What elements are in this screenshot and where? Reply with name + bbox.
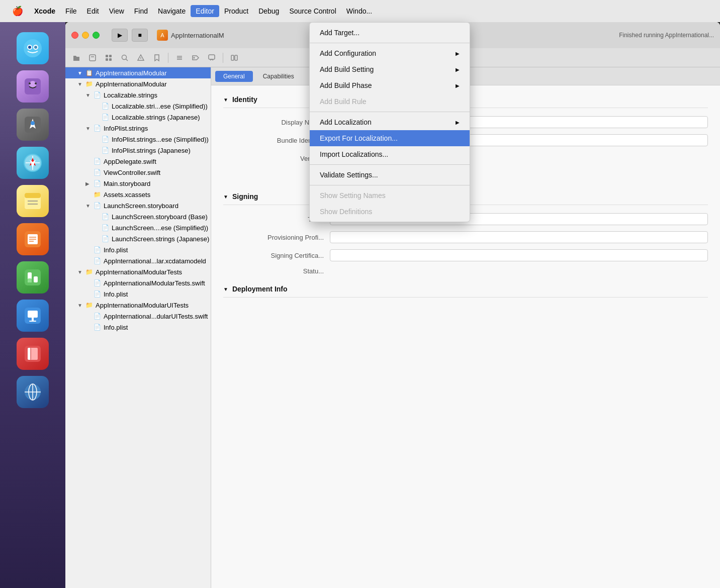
sidebar-item-tests-info[interactable]: 📄 Info.plist [65,288,211,300]
info-japanese-label: InfoPlist.strings (Japanese) [112,147,191,154]
dock-ibooks[interactable] [17,338,49,370]
bundle-id-label: Bundle Identifi... [223,137,324,144]
dock-finder[interactable] [17,32,49,64]
provisioning-row: Provisioning Profi... [223,231,708,243]
sidebar-item-appdelegate[interactable]: 📄 AppDelegate.swift [65,156,211,167]
menubar-find[interactable]: Find [129,5,153,17]
tab-capabilities[interactable]: Capabilities [255,71,302,82]
sidebar-item-loc-japanese[interactable]: 📄 Localizable.strings (Japanese) [65,112,211,123]
sidebar-item-assets[interactable]: 📁 Assets.xcassets [65,189,211,200]
menu-add-build-setting[interactable]: Add Build Setting ▶ [310,61,470,77]
menubar-view[interactable]: View [104,5,129,17]
uitests-swift-label: AppInternational...dularUITests.swift [104,313,208,320]
sidebar-item-uitests-swift[interactable]: 📄 AppInternational...dularUITests.swift [65,311,211,322]
sidebar-item-localizable[interactable]: ▼ 📄 Localizable.strings [65,89,211,101]
traffic-lights [71,32,100,39]
menu-add-build-phase[interactable]: Add Build Phase ▶ [310,77,470,93]
signing-cert-input[interactable] [330,249,708,261]
sidebar-item-info-chinese[interactable]: 📄 InfoPlist.strings...ese (Simplified)) [65,134,211,145]
tests-folder-label: AppInternationalModularTests [96,268,182,276]
menu-add-target[interactable]: Add Target... [310,25,470,41]
dock-numbers[interactable] [17,261,49,293]
structure-icon[interactable] [102,51,116,65]
uitests-folder-label: AppInternationalModularUITests [96,302,189,309]
menu-add-build-rule: Add Build Rule [310,93,470,110]
label-icon[interactable] [189,51,203,65]
menu-add-configuration[interactable]: Add Configuration ▶ [310,45,470,61]
scheme-selector[interactable]: A AppInternationalM [157,30,224,41]
svg-rect-56 [231,55,234,60]
bookmark-icon[interactable] [150,51,164,65]
svg-rect-36 [31,348,38,360]
maximize-button[interactable] [93,32,100,39]
close-button[interactable] [71,32,78,39]
warning-icon[interactable] [134,51,148,65]
stop-button[interactable]: ■ [132,29,148,42]
minimize-button[interactable] [82,32,89,39]
sidebar-item-xcdata[interactable]: 📄 AppInternational...lar.xcdatamodeld [65,255,211,266]
sidebar: ▼ 📋 AppInternationalModular ▼ 📁 AppInter… [65,67,211,588]
svg-rect-55 [209,55,215,59]
list-icon[interactable] [172,51,187,65]
menu-import-localizations[interactable]: Import Localizations... [310,146,470,162]
menu-validate-settings[interactable]: Validate Settings... [310,167,470,183]
menu-export-localization[interactable]: Export For Localization... [310,130,470,146]
signing-cert-row: Signing Certifica... [223,249,708,261]
menu-sep-1 [310,43,470,43]
menubar-xcode[interactable]: Xcode [29,5,60,17]
editor-dropdown-menu: Add Target... Add Configuration ▶ Add Bu… [309,22,470,222]
sidebar-item-info-japanese[interactable]: 📄 InfoPlist.strings (Japanese) [65,145,211,156]
inspector-icon[interactable] [85,51,100,65]
sidebar-item-viewcontroller[interactable]: 📄 ViewController.swift [65,167,211,178]
menubar-sourcecontrol[interactable]: Source Control [284,5,341,17]
menubar-window[interactable]: Windo... [341,5,377,17]
menubar-product[interactable]: Product [219,5,253,17]
split-icon[interactable] [227,51,241,65]
provisioning-input[interactable] [330,231,708,243]
comment-icon[interactable] [205,51,219,65]
sidebar-item-launchscreen[interactable]: ▼ 📄 LaunchScreen.storyboard [65,200,211,211]
menubar-editor[interactable]: Editor [191,5,219,17]
dock-rocket[interactable] [17,109,49,141]
sidebar-item-info-plist[interactable]: 📄 Info.plist [65,244,211,255]
loc-chinese-label: Localizable.stri...ese (Simplified)) [112,103,208,110]
dock-automator[interactable] [17,70,49,103]
menubar-navigate[interactable]: Navigate [153,5,191,17]
menubar-file[interactable]: File [60,5,82,17]
menu-add-localization[interactable]: Add Localization ▶ [310,114,470,130]
dock-keynote[interactable] [17,300,49,332]
dock-notes[interactable] [17,185,49,217]
sidebar-item-uitests-info[interactable]: 📄 Info.plist [65,322,211,333]
svg-rect-47 [109,58,112,61]
sidebar-item-launch-japanese[interactable]: 📄 LaunchScreen.strings (Japanese) [65,233,211,244]
search-icon[interactable] [118,51,132,65]
apple-menu[interactable]: 🍎 [6,4,29,19]
run-button[interactable]: ▶ [112,29,128,42]
svg-rect-29 [28,278,32,282]
status-row: Statu... [223,267,708,275]
toolbar-sep-1 [168,53,168,63]
sidebar-item-folder1[interactable]: ▼ 📁 AppInternationalModular [65,78,211,89]
dock-pages[interactable] [17,223,49,255]
sidebar-item-loc-chinese[interactable]: 📄 Localizable.stri...ese (Simplified)) [65,101,211,112]
sidebar-item-launch-chinese[interactable]: 📄 LaunchScreen....ese (Simplified)) [65,222,211,233]
sidebar-item-tests-swift[interactable]: 📄 AppInternationalModularTests.swift [65,277,211,288]
sidebar-item-tests-folder[interactable]: ▼ 📁 AppInternationalModularTests [65,266,211,277]
tab-general[interactable]: General [215,71,253,82]
menubar-edit[interactable]: Edit [82,5,104,17]
dock-globe[interactable] [17,376,49,408]
toolbar-sep-2 [223,53,223,63]
launch-base-label: LaunchScreen.storyboard (Base) [112,213,208,221]
sidebar-item-main-storyboard[interactable]: ▶ 📄 Main.storyboard [65,178,211,189]
sidebar-item-uitests-folder[interactable]: ▼ 📁 AppInternationalModularUITests [65,300,211,311]
sidebar-item-launch-base[interactable]: 📄 LaunchScreen.storyboard (Base) [65,211,211,222]
folder-icon[interactable] [69,51,83,65]
deployment-section-header: ▼ Deployment Info [223,285,708,298]
sidebar-item-root[interactable]: ▼ 📋 AppInternationalModular [65,67,211,78]
dock [0,22,65,588]
dock-safari[interactable] [17,147,49,179]
menubar-debug[interactable]: Debug [253,5,284,17]
sidebar-item-infoplist[interactable]: ▼ 📄 InfoPlist.strings [65,123,211,134]
menu-sep-3 [310,164,470,165]
svg-rect-45 [109,55,112,57]
